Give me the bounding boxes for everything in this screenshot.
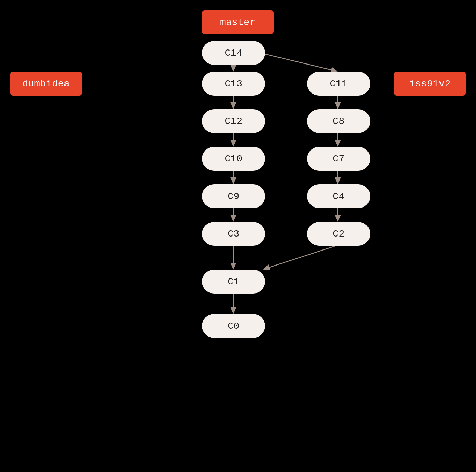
commit-C4-label: C4 xyxy=(333,191,345,202)
commit-C7-label: C7 xyxy=(333,154,345,164)
commit-C3-label: C3 xyxy=(228,229,240,239)
commit-C9: C9 xyxy=(202,184,265,208)
svg-line-8 xyxy=(264,54,336,71)
commit-C10-label: C10 xyxy=(225,154,242,164)
commit-C4: C4 xyxy=(307,184,370,208)
commit-C0: C0 xyxy=(202,314,265,338)
commit-C14-label: C14 xyxy=(225,48,242,58)
branch-dumbidea: dumbidea xyxy=(10,72,82,96)
commit-C1: C1 xyxy=(202,270,265,294)
commit-C11-label: C11 xyxy=(330,78,347,89)
commit-C13: C13 xyxy=(202,72,265,96)
commit-C7: C7 xyxy=(307,147,370,171)
commit-C11: C11 xyxy=(307,72,370,96)
commit-C8-label: C8 xyxy=(333,116,345,127)
commit-C10: C10 xyxy=(202,147,265,171)
branch-master: master xyxy=(202,10,274,34)
commit-C3: C3 xyxy=(202,222,265,246)
branch-iss91v2: iss91v2 xyxy=(394,72,466,96)
commit-C9-label: C9 xyxy=(228,191,240,202)
svg-line-13 xyxy=(264,246,336,269)
branch-iss91v2-label: iss91v2 xyxy=(409,78,451,89)
commit-C14: C14 xyxy=(202,41,265,65)
branch-master-label: master xyxy=(220,17,256,28)
commit-C8: C8 xyxy=(307,109,370,133)
branch-dumbidea-label: dumbidea xyxy=(23,78,70,89)
commit-C12-label: C12 xyxy=(225,116,242,127)
commit-C13-label: C13 xyxy=(225,78,242,89)
commit-C2-label: C2 xyxy=(333,229,345,239)
diagram-container: master C14 dumbidea C13 C11 iss91v2 C12 … xyxy=(0,0,476,472)
commit-C1-label: C1 xyxy=(228,276,240,287)
commit-C2: C2 xyxy=(307,222,370,246)
commit-C12: C12 xyxy=(202,109,265,133)
commit-C0-label: C0 xyxy=(228,321,240,331)
